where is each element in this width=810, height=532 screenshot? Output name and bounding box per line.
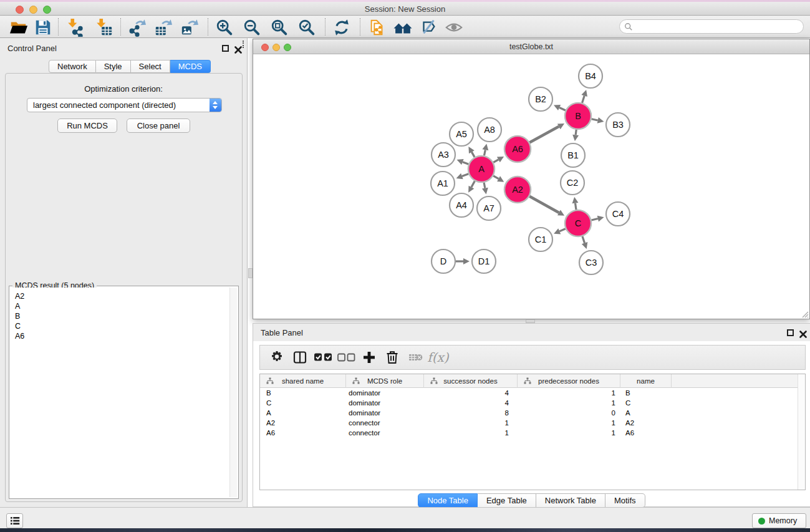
table-cell[interactable]: A6 [620,428,672,438]
tab-select[interactable]: Select [131,60,170,73]
mcds-result-item[interactable]: C [15,321,237,331]
import-network-icon[interactable] [64,17,85,37]
table-panel-close-icon[interactable] [799,329,807,337]
graph-edge-A-A7[interactable] [484,183,485,188]
mcds-result-item[interactable]: A2 [15,291,237,301]
zoom-selected-icon[interactable] [296,17,317,37]
table-row[interactable]: Cdominator41C [260,398,798,408]
table-cell[interactable]: dominator [346,408,424,418]
graph-edge-A2-C[interactable] [529,196,559,213]
column-header-MCDS-role[interactable]: MCDS role [346,374,424,388]
graph-edge-A-A6[interactable] [493,160,498,162]
graph-edge-B-B2[interactable] [559,108,566,110]
table-cell[interactable]: dominator [346,388,424,398]
graph-edge-C-C1[interactable] [559,229,566,231]
column-header-shared-name[interactable]: shared name [260,374,346,388]
settings-gear-icon[interactable] [265,346,288,369]
split-divider-grip[interactable] [243,41,244,48]
vertical-split-grip[interactable] [248,268,253,278]
hide-labels-icon[interactable] [418,17,439,37]
tab-network-table[interactable]: Network Table [536,493,605,508]
table-cell[interactable]: B [260,388,346,398]
control-panel-float-icon[interactable] [222,45,229,52]
table-cell[interactable]: 1 [424,428,518,438]
home-icon[interactable] [392,17,413,37]
graph-edge-C-C2[interactable] [576,203,576,210]
delete-table-icon[interactable] [403,346,427,369]
zoom-out-icon[interactable] [241,17,263,37]
graph-edge-A-A3[interactable] [463,162,469,165]
graph-edge-B-B4[interactable] [582,95,585,103]
table-cell[interactable]: connector [346,418,424,428]
table-row[interactable]: A6connector11A6 [260,428,798,438]
new-session-icon[interactable] [367,17,388,37]
table-cell[interactable]: C [620,398,672,408]
zoom-fit-icon[interactable] [269,17,290,37]
network-canvas[interactable]: B4B2BB3A8A5A6A3B1AC2A1A2A4A7C4CC1DD1C3 [253,55,809,319]
table-cell[interactable]: A [620,408,672,418]
table-cell[interactable]: 4 [424,388,518,398]
export-network-icon[interactable] [127,17,148,37]
tab-motifs[interactable]: Motifs [605,493,645,508]
graph-edge-B-B3[interactable] [591,119,597,120]
run-mcds-button[interactable]: Run MCDS [57,118,117,133]
table-row[interactable]: Adominator80A [260,408,798,418]
node-table-scrollbar[interactable] [798,374,805,490]
window-resize-grip[interactable] [800,309,809,318]
table-panel-float-icon[interactable] [787,329,794,336]
table-row[interactable]: A2connector11A2 [260,418,798,428]
add-column-icon[interactable] [357,346,380,369]
export-image-icon[interactable] [179,17,200,37]
table-cell[interactable]: A2 [260,418,346,428]
table-cell[interactable]: 1 [424,418,518,428]
graph-edge-B-B1[interactable] [576,130,576,135]
control-panel-close-icon[interactable] [234,45,242,52]
table-cell[interactable]: A2 [620,418,672,428]
criterion-dropdown[interactable]: largest connected component (directed) [27,98,222,112]
table-cell[interactable]: 1 [518,388,620,398]
table-cell[interactable]: 1 [518,418,620,428]
mcds-result-scrollbar[interactable] [229,288,237,497]
network-window-titlebar[interactable]: testGlobe.txt [253,39,809,54]
table-cell[interactable]: 8 [424,408,518,418]
table-cell[interactable]: 1 [518,428,620,438]
graph-edge-A-A5[interactable] [471,152,475,157]
search-field[interactable] [619,19,804,34]
export-table-icon[interactable] [153,17,174,37]
import-table-icon[interactable] [93,17,114,37]
column-header-name[interactable]: name [620,374,672,388]
column-header-predecessor-nodes[interactable]: predecessor nodes [518,374,620,388]
delete-column-icon[interactable] [380,346,403,369]
graph-edge-A-A1[interactable] [462,174,468,177]
table-cell[interactable]: 0 [518,408,620,418]
function-builder-icon[interactable]: f(x) [427,346,450,369]
deselect-all-columns-icon[interactable] [334,346,357,369]
eye-icon[interactable] [443,17,465,37]
graph-edge-C-C3[interactable] [582,236,585,243]
table-cell[interactable]: 4 [424,398,518,408]
search-input[interactable] [636,21,798,32]
select-all-columns-icon[interactable] [311,346,334,369]
table-cell[interactable]: A6 [260,428,346,438]
graph-edge-A-A8[interactable] [484,150,485,155]
column-visibility-icon[interactable] [288,346,311,369]
table-cell[interactable]: C [260,398,346,408]
table-cell[interactable]: 1 [518,398,620,408]
table-cell[interactable]: connector [346,428,424,438]
graph-edge-C-C4[interactable] [591,219,597,220]
mcds-result-item[interactable]: B [15,311,237,321]
close-panel-button[interactable]: Close panel [127,118,190,133]
graph-edge-A-A2[interactable] [493,176,498,179]
column-header-successor-nodes[interactable]: successor nodes [424,374,518,388]
save-session-icon[interactable] [32,17,54,37]
mcds-result-item[interactable]: A [15,301,237,311]
tab-edge-table[interactable]: Edge Table [478,493,536,508]
mcds-result-item[interactable]: A6 [15,331,237,341]
table-cell[interactable]: B [620,388,672,398]
graph-edge-A-A4[interactable] [471,181,475,187]
memory-button[interactable]: Memory [752,513,806,528]
table-cell[interactable]: A [260,408,346,418]
table-row[interactable]: Bdominator41B [260,388,798,398]
task-history-button[interactable] [6,513,23,528]
main-titlebar[interactable]: Session: New Session [0,2,810,16]
